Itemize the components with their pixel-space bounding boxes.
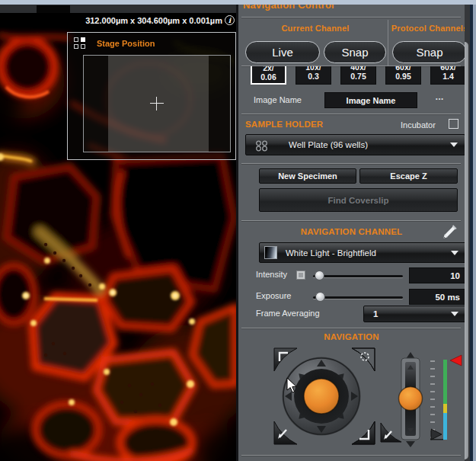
separator (241, 163, 461, 164)
document-tab-strip (0, 5, 236, 13)
objective-button-40x[interactable]: 40x/ 0.75 (340, 66, 376, 85)
navigation-channel-select[interactable]: White Light - Brightfield (259, 242, 465, 263)
sample-holder-select[interactable]: Well Plate (96 wells) (245, 134, 465, 155)
separator (241, 220, 461, 221)
objective-button-60x-095[interactable]: 60x/ 0.95 (385, 66, 421, 85)
exposure-slider[interactable] (313, 296, 403, 299)
document-tab[interactable] (37, 5, 70, 13)
z-gauge-green-segment (443, 360, 447, 404)
objective-button-10x[interactable]: 10x/ 0.3 (296, 66, 331, 85)
chevron-down-icon (451, 251, 458, 255)
exposure-label: Exposure (256, 291, 291, 300)
info-icon[interactable]: i (225, 15, 235, 25)
layout-grid-icon[interactable] (74, 37, 86, 50)
z-limit-marker-red[interactable] (450, 355, 462, 366)
crosshair-icon (150, 97, 164, 110)
stage-navigation-cluster (269, 340, 465, 454)
edit-pencil-icon[interactable] (441, 222, 459, 241)
incubator-checkbox[interactable] (449, 119, 458, 129)
separator (241, 17, 461, 18)
find-coverslip-button[interactable]: Find Coverslip (259, 188, 458, 212)
intensity-label: Intensity (256, 270, 287, 279)
stage-map[interactable] (83, 55, 231, 152)
frame-averaging-select[interactable]: 1 (363, 306, 465, 322)
live-button[interactable]: Live (245, 41, 320, 63)
separator (241, 114, 461, 114)
target-circle-icon (361, 353, 369, 360)
objective-button-60x-14[interactable]: 60x/ 1.4 (430, 66, 465, 85)
intensity-value[interactable]: 10 (409, 267, 465, 283)
frame-averaging-value: 1 (373, 309, 378, 319)
separator (241, 328, 461, 328)
application-window: 312.000µm x 304.600µm x 0.001µm i (0, 0, 476, 461)
image-info-bar: 312.000µm x 304.600µm x 0.001µm i (0, 13, 236, 27)
specimen-image: Stage Position (0, 27, 236, 461)
navigation-channel-value: White Light - Brightfield (286, 248, 376, 258)
navigation-control-panel: Navigation Control Current Channel Proto… (238, 5, 465, 461)
window-border-outer (473, 5, 476, 461)
well-plate-icon (255, 140, 269, 152)
intensity-slider-thumb[interactable] (315, 271, 324, 280)
current-channel-label: Current Channel (243, 24, 388, 33)
navigation-channel-header: NAVIGATION CHANNEL (238, 227, 465, 236)
exposure-slider-thumb[interactable] (315, 292, 325, 302)
chevron-down-icon (451, 312, 458, 316)
os-titlebar (0, 0, 476, 5)
sample-holder-value: Well Plate (96 wells) (289, 140, 368, 149)
z-down-arrow[interactable] (406, 441, 415, 447)
stage-position-panel: Stage Position (67, 32, 236, 160)
image-dimensions-readout: 312.000µm x 304.600µm x 0.001µm (85, 16, 222, 25)
stage-position-header: Stage Position (68, 33, 235, 54)
move-stage-corner-bottom-right-button[interactable] (352, 421, 375, 444)
channel-section-divider (388, 20, 388, 67)
objective-selector: 2x/ 0.06 10x/ 0.3 40x/ 0.75 60x/ 0.95 60… (251, 66, 465, 85)
z-current-marker[interactable] (431, 429, 442, 440)
frame-averaging-label: Frame Averaging (256, 309, 320, 318)
panel-title: Navigation Control (243, 5, 334, 11)
z-gauge-blue-segment (443, 413, 447, 440)
move-stage-corner-top-left-button[interactable] (274, 348, 297, 371)
xy-joystick-knob[interactable] (304, 379, 339, 414)
incubator-label: Incubator (401, 120, 436, 130)
mouse-cursor (286, 377, 299, 394)
panel-divider (236, 5, 238, 461)
protocol-channels-label: Protocol Channels (389, 24, 465, 33)
sample-holder-header: SAMPLE HOLDER (245, 120, 323, 129)
intensity-lamp-toggle[interactable] (296, 271, 305, 280)
z-gauge-yellow-segment (443, 404, 447, 413)
snap-button[interactable]: Snap (324, 41, 386, 63)
stage-position-title: Stage Position (97, 39, 155, 48)
channel-gradient-icon (264, 246, 277, 259)
z-gauge-ticks (430, 360, 435, 438)
image-name-field[interactable]: Image Name (324, 92, 417, 108)
image-name-more-button[interactable]: ... (426, 91, 452, 102)
objective-button-2x[interactable]: 2x/ 0.06 (251, 66, 286, 85)
z-slider-knob[interactable] (399, 387, 423, 411)
new-specimen-button[interactable]: New Specimen (259, 168, 356, 184)
protocol-snap-button[interactable]: Snap (392, 41, 465, 63)
image-name-label: Image Name (254, 95, 302, 104)
intensity-slider[interactable] (313, 275, 403, 277)
chevron-down-icon (450, 142, 458, 147)
escape-z-button[interactable]: Escape Z (359, 168, 458, 184)
separator (241, 455, 461, 456)
set-position-bottom-left-button[interactable] (274, 421, 297, 444)
image-viewer: 312.000µm x 304.600µm x 0.001µm i (0, 5, 236, 461)
exposure-value[interactable]: 50 ms (409, 289, 465, 305)
